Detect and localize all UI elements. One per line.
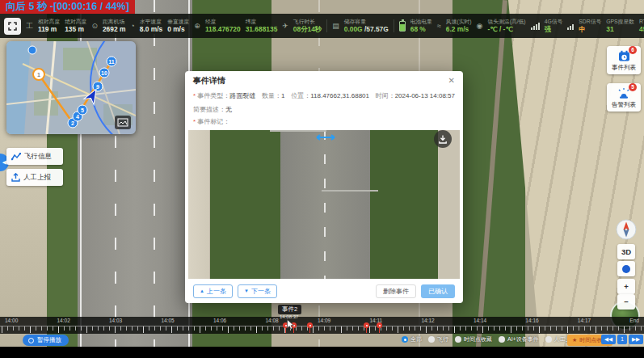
speed-gauge-icon: ◔: [130, 22, 134, 30]
download-photo-button[interactable]: [434, 130, 452, 148]
pager-next-button[interactable]: ▶▶: [629, 335, 643, 344]
manual-report-button[interactable]: 人工上报: [6, 169, 63, 186]
timeline-pager: ◀◀ 1 ▶▶: [601, 335, 643, 344]
telemetry-item: 风速(实时)6.2 m/s: [446, 19, 472, 33]
fullscreen-corners-icon: [8, 22, 17, 31]
delete-event-button[interactable]: 删除事件: [376, 284, 416, 298]
nav-buttons: ▲上一条 ▼下一条: [193, 284, 277, 298]
star-icon: ★: [572, 337, 577, 343]
filter-ai-device-events[interactable]: AI+设备事件: [499, 335, 539, 343]
event-count-badge: 6: [629, 46, 637, 54]
timeline-event-tooltip: 事件2: [278, 305, 301, 314]
timeline-ticks: [0, 326, 644, 333]
svg-text:2: 2: [71, 120, 74, 126]
photo-sidewalk-right: [438, 130, 460, 279]
map-layer-toggle[interactable]: [115, 116, 131, 129]
timeline-labels: 14:0014:0214:0314:0514:0614:0814:0914:11…: [0, 317, 644, 323]
next-event-button[interactable]: ▼下一条: [238, 284, 277, 298]
radio-icon: [428, 336, 435, 343]
telemetry-item: 纬度31.688135: [246, 19, 278, 33]
event-photo: [188, 130, 460, 279]
modal-header: 事件详情 ✕: [185, 71, 463, 87]
pause-playback-button[interactable]: 暂停播放: [23, 335, 69, 346]
event-mark-arrow: [314, 130, 338, 279]
flight-info-button[interactable]: 飞行信息: [6, 148, 63, 165]
pager-prev-button[interactable]: ◀◀: [601, 335, 616, 344]
download-icon: [439, 135, 447, 144]
playback-status-banner: 向后 5 秒 -[00:00:16 / 44%]: [0, 0, 135, 14]
alarm-list-button[interactable]: 5 告警列表: [607, 83, 641, 112]
event-location-field: 位置：118.47662,31.68801: [291, 91, 369, 101]
svg-text:9: 9: [96, 84, 99, 90]
double-chevron-left-icon: ◀◀: [604, 336, 612, 342]
event-list-icon-wrap: 6: [617, 49, 631, 62]
svg-text:4: 4: [76, 114, 79, 120]
telemetry-item: 飞行时长08分14秒: [293, 19, 322, 33]
event-calendar-icon: [618, 50, 630, 62]
event-desc-field: 简要描述：无: [193, 104, 455, 115]
double-chevron-right-icon: ▶▶: [632, 336, 640, 342]
telemetry-item: 储存容量0.00G /57.57G: [344, 19, 389, 33]
svg-text:11: 11: [108, 59, 115, 65]
prev-event-button[interactable]: ▲上一条: [193, 284, 233, 298]
telemetry-item: RTK搜星数45: [639, 19, 644, 33]
confirm-event-button[interactable]: 已确认: [421, 284, 455, 298]
event-time-field: 时间：2024-06-13 14:08:57: [376, 91, 455, 101]
compass-icon: [616, 219, 637, 240]
event-list-button[interactable]: 6 事件列表: [607, 46, 641, 74]
event-qty-field: 数量：1: [262, 91, 284, 101]
action-buttons: 删除事件 已确认: [376, 284, 455, 298]
telemetry-item: 镜头测温(高/低)-℃ / -℃: [487, 19, 525, 33]
divider: [326, 19, 327, 32]
radio-icon: [455, 336, 461, 343]
manual-report-label: 人工上报: [23, 173, 51, 183]
home-point-icon: ⊙: [91, 22, 98, 30]
locate-drone-button[interactable]: [617, 261, 635, 276]
flight-time-icon: ✈: [282, 22, 288, 30]
zoom-in-button[interactable]: +: [617, 279, 635, 294]
bottom-black-strip: [0, 347, 644, 358]
filter-all[interactable]: 全部: [402, 335, 422, 343]
filter-flight[interactable]: 飞行: [428, 335, 448, 343]
modal-title: 事件详情: [193, 75, 225, 86]
telemetry-item: 经度118.476720: [205, 19, 241, 33]
telemetry-item: 4G信号强: [545, 19, 563, 33]
photo-trees-right: [370, 130, 438, 279]
timeline-event-marker[interactable]: [377, 322, 382, 328]
mini-map[interactable]: 2 4 5 9 10 11 1: [6, 41, 136, 134]
event-type-field: 事件类型：路面裂缝: [193, 91, 255, 101]
telemetry-item: 电池电量68 %: [410, 19, 432, 33]
telemetry-item: GPS搜星数31: [606, 19, 634, 33]
modal-footer: ▲上一条 ▼下一条 删除事件 已确认: [185, 279, 463, 303]
flight-info-label: 飞行信息: [24, 152, 52, 162]
telemetry-item: 距离机场2692 m: [103, 19, 125, 33]
close-icon[interactable]: ✕: [448, 77, 455, 85]
locate-dot-icon: [622, 265, 630, 273]
mouse-cursor: [287, 318, 294, 333]
zoom-out-button[interactable]: −: [617, 294, 635, 310]
timeline-event-marker[interactable]: [307, 322, 313, 328]
pause-icon: [28, 338, 34, 343]
divider: [394, 19, 394, 32]
mini-map-canvas: 2 4 5 9 10 11 1: [6, 41, 136, 134]
compass[interactable]: [616, 219, 637, 240]
3d-view-button[interactable]: 3D: [617, 244, 635, 259]
timeline-event-marker[interactable]: [364, 322, 369, 328]
telemetry-bar: 工 相对高度119 m 绝对高度135 m ⊙ 距离机场2692 m ◔ 水平速…: [0, 14, 644, 38]
event-list-label: 事件列表: [612, 64, 636, 72]
event-detail-modal: 事件详情 ✕ 事件类型：路面裂缝 数量：1 位置：118.47662,31.68…: [185, 71, 463, 303]
timeline-filters: 全部 飞行 时间点收藏 AI+设备事件 人工上报事件: [402, 335, 588, 343]
lane-marking: [154, 0, 155, 358]
event-meta: 事件类型：路面裂缝 数量：1 位置：118.47662,31.68801 时间：…: [185, 87, 463, 127]
svg-text:1: 1: [37, 72, 40, 78]
playback-timeline[interactable]: 14:0014:0214:0314:0514:0614:0814:0914:11…: [0, 317, 644, 334]
event-mark-field: 事件标记：: [193, 117, 455, 127]
filter-favorites[interactable]: 时间点收藏: [455, 335, 492, 343]
expand-view-button[interactable]: [4, 18, 21, 35]
arrow-up-icon: ▲: [200, 289, 204, 293]
cellular-signal-icon: [531, 22, 540, 30]
telemetry-item: 水平速度8.0 m/s: [140, 19, 162, 33]
telemetry-item: 相对高度119 m: [38, 19, 60, 33]
timeline-controls: 暂停播放 全部 飞行 时间点收藏 AI+设备事件 人工上报事件 ★时间点收藏 ◀…: [0, 334, 644, 347]
svg-text:10: 10: [101, 70, 107, 76]
